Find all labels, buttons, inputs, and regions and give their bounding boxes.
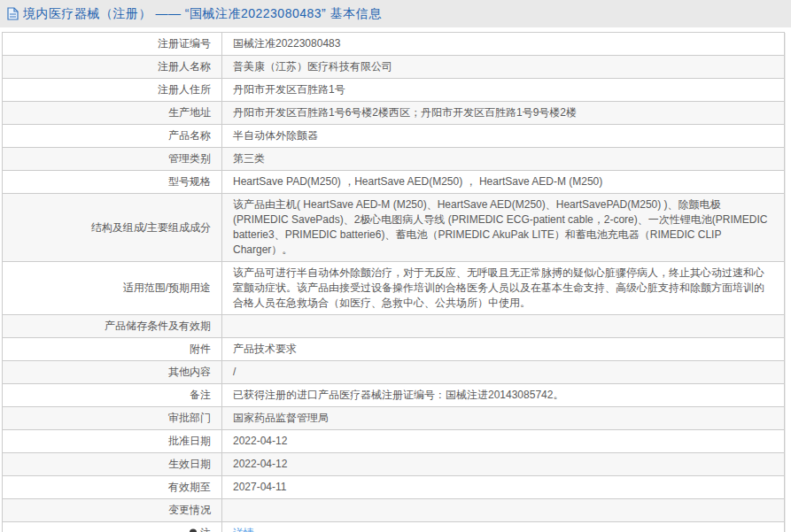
- row-label: 注: [3, 522, 222, 532]
- table-row: 审批部门国家药品监督管理局: [3, 407, 784, 430]
- row-label: 管理类别: [3, 148, 222, 170]
- row-label-text: 审批部门: [168, 411, 211, 426]
- table-row: 生效日期2022-04-12: [3, 453, 784, 476]
- table-row: 产品储存条件及有效期: [3, 315, 784, 338]
- row-value-text: 该产品可进行半自动体外除颤治疗，对于无反应、无呼吸且无正常脉搏的疑似心脏骤停病人…: [233, 266, 773, 311]
- table-row: 注详情: [3, 522, 784, 532]
- row-value: 该产品可进行半自动体外除颤治疗，对于无反应、无呼吸且无正常脉搏的疑似心脏骤停病人…: [222, 262, 784, 314]
- row-label-text: 产品名称: [168, 128, 211, 143]
- row-value-text: 2022-04-12: [233, 434, 287, 449]
- row-value: 2022-04-12: [222, 453, 784, 475]
- table-row: 适用范围/预期用途该产品可进行半自动体外除颤治疗，对于无反应、无呼吸且无正常脉搏…: [3, 262, 784, 315]
- row-value-text: 产品技术要求: [233, 342, 297, 357]
- row-value-text: HeartSave PAD(M250) ，HeartSave AED(M250)…: [233, 174, 602, 189]
- row-value-text: 2027-04-11: [233, 480, 287, 495]
- table-row: 附件产品技术要求: [3, 338, 784, 361]
- row-value-text: 已获得注册的进口产品医疗器械注册证编号：国械注进20143085742。: [233, 388, 563, 403]
- note-balloon-icon: [189, 528, 198, 532]
- row-value-text: 丹阳市开发区百胜路1号6号楼2楼西区；丹阳市开发区百胜路1号9号楼2楼: [233, 105, 577, 120]
- row-label: 注册证编号: [3, 33, 222, 55]
- row-value: 2022-04-12: [222, 430, 784, 452]
- row-label-text: 附件: [190, 342, 211, 357]
- row-value: 半自动体外除颤器: [222, 125, 784, 147]
- row-value: [222, 499, 784, 521]
- table-row: 注册人住所丹阳市开发区百胜路1号: [3, 79, 784, 102]
- row-label-text: 生产地址: [168, 105, 211, 120]
- table-row: 备注已获得注册的进口产品医疗器械注册证编号：国械注进20143085742。: [3, 384, 784, 407]
- row-label-text: 管理类别: [168, 151, 211, 166]
- row-label: 变更情况: [3, 499, 222, 521]
- row-label: 审批部门: [3, 407, 222, 429]
- row-value-text: 第三类: [233, 151, 265, 166]
- row-label-text: 产品储存条件及有效期: [105, 319, 211, 334]
- row-label-text: 有效期至: [168, 480, 211, 495]
- table-row: 有效期至2027-04-11: [3, 476, 784, 499]
- row-label: 注册人住所: [3, 79, 222, 101]
- table-row: 其他内容/: [3, 361, 784, 384]
- row-value: 第三类: [222, 148, 784, 170]
- row-value: 普美康（江苏）医疗科技有限公司: [222, 56, 784, 78]
- row-label-text: 适用范围/预期用途: [123, 281, 211, 296]
- row-value-text: 国家药品监督管理局: [233, 411, 329, 426]
- row-label-text: 注册人名称: [158, 59, 211, 74]
- row-label: 生效日期: [3, 453, 222, 475]
- row-value-text: 国械注准20223080483: [233, 36, 340, 51]
- row-value: 国家药品监督管理局: [222, 407, 784, 429]
- row-label: 批准日期: [3, 430, 222, 452]
- row-value-text: 丹阳市开发区百胜路1号: [233, 82, 345, 97]
- row-value-text: 2022-04-12: [233, 457, 287, 472]
- info-table: 注册证编号国械注准20223080483注册人名称普美康（江苏）医疗科技有限公司…: [2, 32, 785, 532]
- details-link[interactable]: 详情: [233, 526, 254, 532]
- row-label-text: 结构及组成/主要组成成分: [91, 220, 211, 235]
- row-label: 备注: [3, 384, 222, 406]
- row-value: 详情: [222, 522, 784, 532]
- page-title: 境内医疗器械（注册） —— “国械注准20223080483” 基本信息: [23, 6, 382, 22]
- table-row: 变更情况: [3, 499, 784, 522]
- row-label-text: 备注: [190, 388, 211, 403]
- row-label-text: 型号规格: [168, 174, 211, 189]
- row-value: /: [222, 361, 784, 383]
- table-row: 管理类别第三类: [3, 148, 784, 171]
- table-row: 注册证编号国械注准20223080483: [3, 33, 784, 56]
- row-value: [222, 315, 784, 337]
- table-row: 注册人名称普美康（江苏）医疗科技有限公司: [3, 56, 784, 79]
- row-label-text: 其他内容: [168, 365, 211, 380]
- table-row: 产品名称半自动体外除颤器: [3, 125, 784, 148]
- row-label-text: 生效日期: [168, 457, 211, 472]
- row-label: 产品储存条件及有效期: [3, 315, 222, 337]
- row-label-text: 变更情况: [168, 503, 211, 518]
- table-row: 结构及组成/主要组成成分该产品由主机( HeartSave AED-M (M25…: [3, 194, 784, 262]
- table-row: 型号规格HeartSave PAD(M250) ，HeartSave AED(M…: [3, 171, 784, 194]
- row-value-text: /: [233, 365, 236, 380]
- row-label-text: 批准日期: [168, 434, 211, 449]
- row-label: 其他内容: [3, 361, 222, 383]
- row-value: 国械注准20223080483: [222, 33, 784, 55]
- row-label: 有效期至: [3, 476, 222, 498]
- row-value-text: 普美康（江苏）医疗科技有限公司: [233, 59, 392, 74]
- row-label: 生产地址: [3, 102, 222, 124]
- row-label: 型号规格: [3, 171, 222, 193]
- row-value-text: 该产品由主机( HeartSave AED-M (M250)、HeartSave…: [233, 197, 773, 258]
- page-header: 境内医疗器械（注册） —— “国械注准20223080483” 基本信息: [0, 0, 791, 27]
- table-row: 批准日期2022-04-12: [3, 430, 784, 453]
- table-row: 生产地址丹阳市开发区百胜路1号6号楼2楼西区；丹阳市开发区百胜路1号9号楼2楼: [3, 102, 784, 125]
- row-value: 已获得注册的进口产品医疗器械注册证编号：国械注进20143085742。: [222, 384, 784, 406]
- row-value: 丹阳市开发区百胜路1号6号楼2楼西区；丹阳市开发区百胜路1号9号楼2楼: [222, 102, 784, 124]
- row-label: 结构及组成/主要组成成分: [3, 194, 222, 261]
- row-value: 丹阳市开发区百胜路1号: [222, 79, 784, 101]
- row-value: 产品技术要求: [222, 338, 784, 360]
- document-icon: [7, 7, 19, 20]
- row-label-text: 注: [200, 526, 211, 532]
- row-label: 注册人名称: [3, 56, 222, 78]
- row-value: 该产品由主机( HeartSave AED-M (M250)、HeartSave…: [222, 194, 784, 261]
- row-label: 产品名称: [3, 125, 222, 147]
- row-label-text: 注册证编号: [158, 36, 211, 51]
- row-value: HeartSave PAD(M250) ，HeartSave AED(M250)…: [222, 171, 784, 193]
- row-value: 2027-04-11: [222, 476, 784, 498]
- row-label: 适用范围/预期用途: [3, 262, 222, 314]
- row-value-text: 半自动体外除颤器: [233, 128, 318, 143]
- row-label: 附件: [3, 338, 222, 360]
- row-label-text: 注册人住所: [158, 82, 211, 97]
